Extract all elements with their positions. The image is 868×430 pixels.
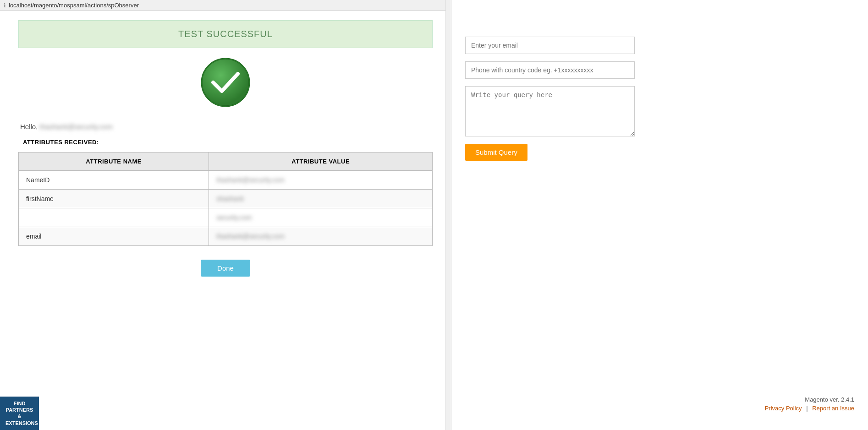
success-banner: TEST SUCCESSFUL	[18, 20, 433, 48]
privacy-policy-link[interactable]: Privacy Policy	[765, 405, 802, 412]
find-partners-widget[interactable]: FIND PARTNERS & EXTENSIONS	[0, 397, 39, 430]
info-icon: ℹ	[4, 2, 6, 9]
right-panel-footer: Magento ver. 2.4.1 Privacy Policy | Repo…	[765, 396, 854, 412]
table-row-value-1: shashank	[209, 190, 433, 208]
table-row-value-3: thashank@security.com	[209, 227, 433, 246]
phone-input[interactable]	[465, 61, 635, 79]
success-checkmark-icon	[200, 57, 251, 108]
done-btn-container: Done	[18, 260, 433, 277]
footer-separator: |	[806, 405, 808, 412]
footer-links: Privacy Policy | Report an Issue	[765, 405, 854, 412]
email-input[interactable]	[465, 37, 635, 54]
table-row-name-2	[19, 208, 209, 227]
success-title: TEST SUCCESSFUL	[27, 29, 424, 39]
attributes-label: ATTRIBUTES RECEIVED:	[18, 139, 433, 146]
report-issue-link[interactable]: Report an Issue	[812, 405, 854, 412]
table-row-name-0: NameID	[19, 171, 209, 190]
magento-version: Magento ver. 2.4.1	[765, 396, 854, 403]
col1-header: ATTRIBUTE NAME	[19, 152, 209, 171]
left-panel: ℹ localhost/magento/mospsaml/actions/spO…	[0, 0, 451, 430]
find-partners-line2: & EXTENSIONS	[5, 413, 33, 426]
done-button[interactable]: Done	[201, 260, 250, 277]
page-content: TEST SUCCESSFUL Hello, thashank@security…	[0, 11, 451, 430]
table-row-value-2: security.com	[209, 208, 433, 227]
table-row-name-1: firstName	[19, 190, 209, 208]
find-partners-line1: FIND PARTNERS	[5, 400, 33, 414]
browser-bar: ℹ localhost/magento/mospsaml/actions/spO…	[0, 0, 451, 11]
submit-query-button[interactable]: Submit Query	[465, 144, 527, 161]
scrollbar[interactable]	[445, 0, 451, 430]
attributes-table: ATTRIBUTE NAME ATTRIBUTE VALUE NameIDtha…	[18, 152, 433, 246]
right-panel: Submit Query Magento ver. 2.4.1 Privacy …	[451, 0, 868, 430]
query-textarea[interactable]	[465, 86, 635, 136]
checkmark-container	[18, 57, 433, 109]
contact-form: Submit Query	[465, 37, 854, 161]
col2-header: ATTRIBUTE VALUE	[209, 152, 433, 171]
table-row-value-0: thashank@security.com	[209, 171, 433, 190]
hello-text: Hello, thashank@security.com	[18, 123, 433, 131]
hello-email: thashank@security.com	[40, 123, 113, 131]
table-row-name-3: email	[19, 227, 209, 246]
browser-url: localhost/magento/mospsaml/actions/spObs…	[9, 2, 139, 9]
